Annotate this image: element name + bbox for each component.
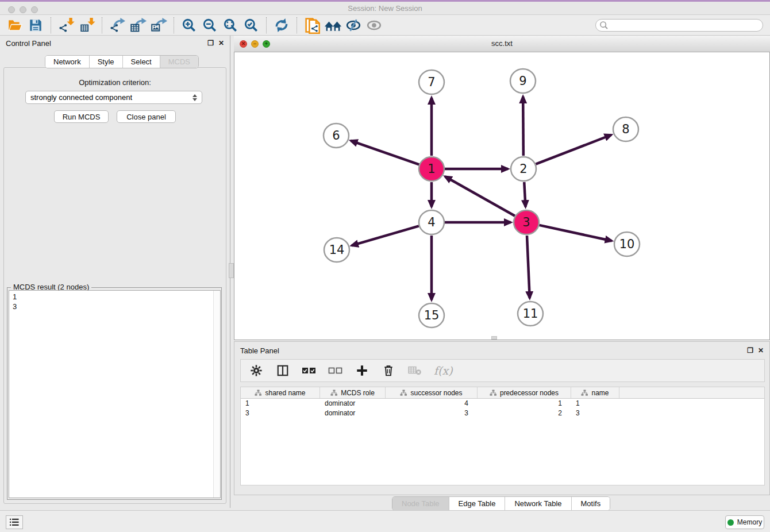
table-cell[interactable]: 2 xyxy=(478,408,571,418)
result-scrollbar[interactable] xyxy=(213,291,220,498)
node-8[interactable]: 8 xyxy=(613,117,638,141)
delete-table-icon[interactable] xyxy=(407,363,422,378)
svg-text:3: 3 xyxy=(522,215,530,229)
delete-column-icon[interactable] xyxy=(381,363,396,378)
tab-network[interactable]: Network xyxy=(45,56,90,68)
tab-node-table[interactable]: Node Table xyxy=(392,497,449,510)
node-14[interactable]: 14 xyxy=(324,238,349,262)
add-column-icon[interactable] xyxy=(355,363,369,378)
float-panel-icon[interactable]: ❐ xyxy=(207,40,214,47)
table-cell[interactable]: 4 xyxy=(386,399,478,408)
table-settings-icon[interactable] xyxy=(249,363,264,378)
svg-text:15: 15 xyxy=(424,309,440,322)
table-panel: Table Panel ❐✕ f(x) shared nameMCDS role… xyxy=(234,341,770,495)
node-11[interactable]: 11 xyxy=(518,302,543,326)
table-cell[interactable]: 3 xyxy=(386,408,478,418)
table-row[interactable]: 1dominator411 xyxy=(241,399,764,408)
node-1[interactable]: 1 xyxy=(419,157,444,181)
zoom-in-icon[interactable] xyxy=(179,16,199,34)
node-7[interactable]: 7 xyxy=(419,70,444,94)
splitter-grip[interactable] xyxy=(229,263,234,278)
edge-3-11[interactable] xyxy=(527,236,530,298)
function-builder-icon[interactable]: f(x) xyxy=(434,364,453,377)
run-mcds-button[interactable]: Run MCDS xyxy=(54,110,109,123)
criterion-select[interactable]: strongly connected component xyxy=(25,91,202,104)
close-table-panel-icon[interactable]: ✕ xyxy=(758,347,764,354)
zoom-fit-icon[interactable] xyxy=(220,16,241,34)
close-panel-button[interactable]: Close panel xyxy=(117,110,176,123)
save-session-icon[interactable] xyxy=(25,16,46,34)
edge-1-6[interactable] xyxy=(351,141,419,165)
mcds-result-text[interactable]: 1 3 xyxy=(9,290,221,498)
edge-4-14[interactable] xyxy=(352,226,419,245)
network-canvas[interactable]: 7968124314101511 xyxy=(234,52,769,338)
column-type-icon xyxy=(330,390,338,396)
node-4[interactable]: 4 xyxy=(419,210,444,234)
node-15[interactable]: 15 xyxy=(419,303,444,327)
table-panel-header: Table Panel ❐✕ xyxy=(234,344,769,357)
import-table-icon[interactable] xyxy=(76,16,97,34)
table-cell[interactable]: 3 xyxy=(241,408,320,418)
column-header-predecessor-nodes[interactable]: predecessor nodes xyxy=(478,387,571,398)
export-image-icon[interactable] xyxy=(148,16,169,34)
memory-button[interactable]: Memory xyxy=(725,515,764,529)
hide-graphics-icon[interactable] xyxy=(343,16,364,34)
clone-network-icon[interactable] xyxy=(302,16,322,34)
table-cell[interactable]: 1 xyxy=(571,399,619,408)
edge-2-8[interactable] xyxy=(536,135,611,164)
open-session-icon[interactable] xyxy=(5,16,25,34)
svg-text:6: 6 xyxy=(332,129,340,142)
task-history-button[interactable] xyxy=(6,515,23,529)
edge-2-3[interactable] xyxy=(524,182,525,207)
table-row[interactable]: 3dominator323 xyxy=(241,408,764,418)
svg-text:10: 10 xyxy=(619,237,635,251)
zoom-out-icon[interactable] xyxy=(199,16,220,34)
toolbar-separator xyxy=(174,17,174,33)
deselect-all-icon[interactable] xyxy=(328,363,343,378)
show-graphics-icon[interactable] xyxy=(364,16,384,34)
import-network-icon[interactable] xyxy=(56,16,76,34)
edge-3-1[interactable] xyxy=(445,176,515,215)
table-cell[interactable]: 1 xyxy=(478,399,571,408)
column-visibility-icon[interactable] xyxy=(275,363,290,378)
table-cell[interactable]: 1 xyxy=(241,399,320,408)
pane-resize-grip[interactable] xyxy=(491,336,497,340)
node-9[interactable]: 9 xyxy=(510,69,536,93)
node-10[interactable]: 10 xyxy=(614,232,640,256)
close-panel-icon[interactable]: ✕ xyxy=(218,40,224,47)
table-cell[interactable]: dominator xyxy=(320,408,386,418)
tab-style[interactable]: Style xyxy=(90,56,123,68)
select-all-icon[interactable] xyxy=(302,363,317,378)
edge-3-10[interactable] xyxy=(539,225,611,241)
node-3[interactable]: 3 xyxy=(514,210,539,234)
tab-edge-table[interactable]: Edge Table xyxy=(449,497,506,510)
node-2[interactable]: 2 xyxy=(511,157,536,181)
toolbar-separator xyxy=(297,17,297,33)
node-6[interactable]: 6 xyxy=(324,124,349,148)
home-icon[interactable] xyxy=(322,16,343,34)
table-cell[interactable]: dominator xyxy=(320,399,386,408)
network-window-titlebar[interactable]: ✕ − + scc.txt xyxy=(234,36,770,52)
svg-text:7: 7 xyxy=(428,75,435,89)
zoom-selected-icon[interactable] xyxy=(241,16,261,34)
list-icon xyxy=(9,518,20,527)
tab-motifs[interactable]: Motifs xyxy=(572,497,610,510)
export-network-icon[interactable] xyxy=(107,16,128,34)
column-header-shared-name[interactable]: shared name xyxy=(241,387,320,398)
mcds-result-group: MCDS result (2 nodes) 1 3 xyxy=(7,287,222,500)
svg-text:14: 14 xyxy=(329,243,345,257)
export-table-icon[interactable] xyxy=(128,16,148,34)
tab-select[interactable]: Select xyxy=(123,56,160,68)
column-header-name[interactable]: name xyxy=(571,387,619,398)
node-table[interactable]: shared nameMCDS rolesuccessor nodesprede… xyxy=(240,387,765,485)
edge-2-9[interactable] xyxy=(523,97,523,156)
column-header-successor-nodes[interactable]: successor nodes xyxy=(386,387,478,398)
tab-mcds[interactable]: MCDS xyxy=(160,56,198,68)
tab-network-table[interactable]: Network Table xyxy=(505,497,571,510)
search-input[interactable] xyxy=(595,19,763,32)
network-graph[interactable]: 7968124314101511 xyxy=(234,52,769,338)
float-table-panel-icon[interactable]: ❐ xyxy=(747,347,753,354)
column-header-MCDS-role[interactable]: MCDS role xyxy=(320,387,386,398)
table-cell[interactable]: 3 xyxy=(571,408,619,418)
apply-layout-icon[interactable] xyxy=(271,16,292,34)
